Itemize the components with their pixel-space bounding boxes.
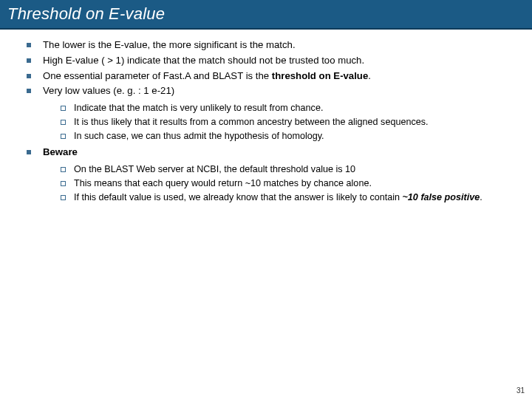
sub-bullet-list: Indicate that the match is very unlikely… xyxy=(43,102,526,143)
bold-text: threshold on E-value xyxy=(272,70,368,81)
list-item: On the BLAST Web server at NCBI, the def… xyxy=(43,163,526,176)
text-span: . xyxy=(368,70,371,81)
list-item: This means that each query would return … xyxy=(43,177,526,190)
page-number: 31 xyxy=(516,386,525,395)
slide-title: Threshold on E-value xyxy=(7,4,525,24)
title-bar: Threshold on E-value xyxy=(0,0,532,30)
text-span: If this default value is used, we alread… xyxy=(74,192,403,202)
list-item: In such case, we can thus admit the hypo… xyxy=(43,130,526,143)
list-item: One essential parameter of Fast.A and BL… xyxy=(9,69,526,83)
text-span: Very low values (e. g. : 1 e-21) xyxy=(43,85,174,96)
text-span: One essential parameter of Fast.A and BL… xyxy=(43,70,272,81)
list-item: Indicate that the match is very unlikely… xyxy=(43,102,526,115)
list-item: The lower is the E-value, the more signi… xyxy=(9,38,526,52)
bullet-list: The lower is the E-value, the more signi… xyxy=(9,38,526,204)
bold-text: Beware xyxy=(43,146,78,157)
list-item: High E-value ( > 1) indicate that the ma… xyxy=(9,54,526,67)
list-item: Beware On the BLAST Web server at NCBI, … xyxy=(9,146,526,204)
text-span: . xyxy=(480,192,482,202)
list-item: It is thus likely that it results from a… xyxy=(43,116,526,129)
emphasis-text: ~10 false positive xyxy=(403,192,480,202)
slide-content: The lower is the E-value, the more signi… xyxy=(0,30,532,204)
sub-bullet-list: On the BLAST Web server at NCBI, the def… xyxy=(43,163,526,204)
list-item: Very low values (e. g. : 1 e-21) Indicat… xyxy=(9,84,526,143)
list-item: If this default value is used, we alread… xyxy=(43,191,526,204)
